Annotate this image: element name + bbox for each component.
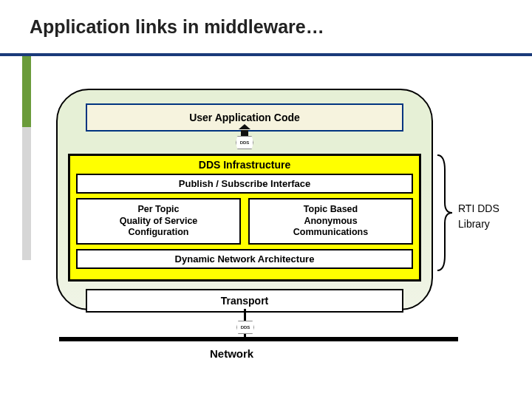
decorative-strip-green [22, 56, 31, 127]
dds-badge-icon: DDS [236, 136, 253, 149]
curly-brace-icon [434, 154, 454, 272]
publish-subscribe-box: Publish / Subscribe Interface [76, 174, 413, 194]
middleware-package: User Application Code DDS DDS Infrastruc… [56, 89, 433, 310]
library-label-line2: Library [458, 216, 499, 232]
topic-comm-box: Topic Based Anonymous Communications [248, 198, 413, 245]
page-title: Application links in middleware… [30, 16, 324, 38]
dds-infrastructure-group: DDS Infrastructure Publish / Subscribe I… [68, 154, 421, 282]
dds-infrastructure-label: DDS Infrastructure [76, 157, 413, 174]
library-label: RTI DDS Library [458, 201, 499, 232]
decorative-strip-gray [22, 127, 31, 260]
dds-badge-label: DDS [240, 140, 250, 145]
qos-box: Per Topic Quality of Service Configurati… [76, 198, 241, 245]
dynamic-architecture-box: Dynamic Network Architecture [76, 249, 413, 269]
network-label: Network [210, 347, 253, 360]
network-bar [59, 337, 458, 341]
dds-badge-icon-lower: DDS [236, 321, 254, 334]
dds-badge-label-lower: DDS [241, 325, 250, 330]
qos-topic-row: Per Topic Quality of Service Configurati… [76, 198, 413, 245]
title-underline [0, 53, 532, 56]
library-label-line1: RTI DDS [458, 201, 499, 216]
